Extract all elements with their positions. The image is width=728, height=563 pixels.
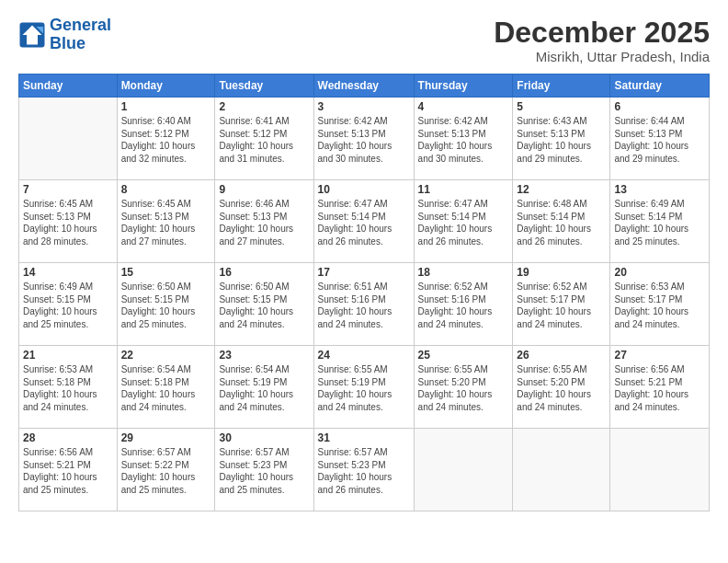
calendar-cell: 24Sunrise: 6:55 AM Sunset: 5:19 PM Dayli… bbox=[313, 346, 414, 429]
calendar-week-row: 28Sunrise: 6:56 AM Sunset: 5:21 PM Dayli… bbox=[19, 429, 710, 511]
header: General Blue December 2025 Misrikh, Utta… bbox=[18, 17, 710, 64]
day-info: Sunrise: 6:41 AM Sunset: 5:12 PM Dayligh… bbox=[219, 115, 309, 165]
calendar-cell: 17Sunrise: 6:51 AM Sunset: 5:16 PM Dayli… bbox=[313, 263, 414, 346]
logo: General Blue bbox=[18, 17, 111, 53]
day-info: Sunrise: 6:54 AM Sunset: 5:19 PM Dayligh… bbox=[219, 363, 309, 413]
calendar-cell: 6Sunrise: 6:44 AM Sunset: 5:13 PM Daylig… bbox=[610, 98, 710, 180]
day-number: 27 bbox=[614, 349, 705, 362]
day-info: Sunrise: 6:57 AM Sunset: 5:22 PM Dayligh… bbox=[121, 446, 211, 496]
calendar-cell: 21Sunrise: 6:53 AM Sunset: 5:18 PM Dayli… bbox=[19, 346, 118, 429]
calendar-cell: 5Sunrise: 6:43 AM Sunset: 5:13 PM Daylig… bbox=[513, 98, 610, 180]
day-number: 28 bbox=[23, 431, 113, 444]
day-number: 13 bbox=[614, 183, 705, 196]
title-block: December 2025 Misrikh, Uttar Pradesh, In… bbox=[494, 17, 710, 64]
day-info: Sunrise: 6:54 AM Sunset: 5:18 PM Dayligh… bbox=[121, 363, 211, 413]
calendar-cell: 23Sunrise: 6:54 AM Sunset: 5:19 PM Dayli… bbox=[215, 346, 313, 429]
calendar-cell: 13Sunrise: 6:49 AM Sunset: 5:14 PM Dayli… bbox=[610, 180, 710, 263]
day-info: Sunrise: 6:49 AM Sunset: 5:14 PM Dayligh… bbox=[614, 198, 705, 247]
calendar-week-row: 1Sunrise: 6:40 AM Sunset: 5:12 PM Daylig… bbox=[19, 98, 710, 180]
calendar-cell: 3Sunrise: 6:42 AM Sunset: 5:13 PM Daylig… bbox=[313, 98, 414, 180]
day-number: 2 bbox=[219, 100, 309, 113]
calendar-cell: 19Sunrise: 6:52 AM Sunset: 5:17 PM Dayli… bbox=[513, 263, 610, 346]
calendar-cell: 29Sunrise: 6:57 AM Sunset: 5:22 PM Dayli… bbox=[117, 429, 215, 511]
calendar-cell: 26Sunrise: 6:55 AM Sunset: 5:20 PM Dayli… bbox=[513, 346, 610, 429]
calendar-cell: 22Sunrise: 6:54 AM Sunset: 5:18 PM Dayli… bbox=[117, 346, 215, 429]
day-number: 19 bbox=[517, 266, 606, 279]
calendar-cell: 31Sunrise: 6:57 AM Sunset: 5:23 PM Dayli… bbox=[313, 429, 414, 511]
calendar-cell bbox=[19, 98, 118, 180]
day-info: Sunrise: 6:45 AM Sunset: 5:13 PM Dayligh… bbox=[121, 198, 211, 247]
day-info: Sunrise: 6:45 AM Sunset: 5:13 PM Dayligh… bbox=[23, 198, 113, 247]
day-info: Sunrise: 6:56 AM Sunset: 5:21 PM Dayligh… bbox=[614, 363, 705, 413]
day-info: Sunrise: 6:52 AM Sunset: 5:16 PM Dayligh… bbox=[418, 281, 509, 330]
day-number: 23 bbox=[219, 349, 309, 362]
calendar-cell: 16Sunrise: 6:50 AM Sunset: 5:15 PM Dayli… bbox=[215, 263, 313, 346]
day-number: 26 bbox=[517, 349, 606, 362]
calendar-weekday-tuesday: Tuesday bbox=[215, 75, 313, 98]
day-info: Sunrise: 6:44 AM Sunset: 5:13 PM Dayligh… bbox=[614, 115, 705, 165]
calendar-cell: 11Sunrise: 6:47 AM Sunset: 5:14 PM Dayli… bbox=[414, 180, 513, 263]
calendar-cell: 1Sunrise: 6:40 AM Sunset: 5:12 PM Daylig… bbox=[117, 98, 215, 180]
calendar-header-row: SundayMondayTuesdayWednesdayThursdayFrid… bbox=[19, 75, 710, 98]
day-info: Sunrise: 6:49 AM Sunset: 5:15 PM Dayligh… bbox=[23, 281, 113, 330]
day-number: 14 bbox=[23, 266, 113, 279]
day-number: 29 bbox=[121, 431, 211, 444]
day-info: Sunrise: 6:53 AM Sunset: 5:17 PM Dayligh… bbox=[614, 281, 705, 330]
day-number: 10 bbox=[318, 183, 410, 196]
logo-text: General Blue bbox=[50, 17, 111, 53]
calendar-cell: 27Sunrise: 6:56 AM Sunset: 5:21 PM Dayli… bbox=[610, 346, 710, 429]
calendar-cell: 15Sunrise: 6:50 AM Sunset: 5:15 PM Dayli… bbox=[117, 263, 215, 346]
calendar-cell: 7Sunrise: 6:45 AM Sunset: 5:13 PM Daylig… bbox=[19, 180, 118, 263]
logo-icon bbox=[18, 21, 46, 49]
day-info: Sunrise: 6:42 AM Sunset: 5:13 PM Dayligh… bbox=[418, 115, 509, 165]
day-info: Sunrise: 6:51 AM Sunset: 5:16 PM Dayligh… bbox=[318, 281, 410, 330]
calendar-weekday-friday: Friday bbox=[513, 75, 610, 98]
day-info: Sunrise: 6:57 AM Sunset: 5:23 PM Dayligh… bbox=[219, 446, 309, 496]
day-info: Sunrise: 6:57 AM Sunset: 5:23 PM Dayligh… bbox=[318, 446, 410, 496]
calendar-cell: 4Sunrise: 6:42 AM Sunset: 5:13 PM Daylig… bbox=[414, 98, 513, 180]
day-number: 17 bbox=[318, 266, 410, 279]
day-info: Sunrise: 6:55 AM Sunset: 5:20 PM Dayligh… bbox=[517, 363, 606, 413]
day-number: 3 bbox=[318, 100, 410, 113]
day-info: Sunrise: 6:50 AM Sunset: 5:15 PM Dayligh… bbox=[121, 281, 211, 330]
calendar-cell: 9Sunrise: 6:46 AM Sunset: 5:13 PM Daylig… bbox=[215, 180, 313, 263]
day-number: 6 bbox=[614, 100, 705, 113]
calendar-cell bbox=[610, 429, 710, 511]
day-info: Sunrise: 6:47 AM Sunset: 5:14 PM Dayligh… bbox=[418, 198, 509, 247]
day-info: Sunrise: 6:43 AM Sunset: 5:13 PM Dayligh… bbox=[517, 115, 606, 165]
day-info: Sunrise: 6:46 AM Sunset: 5:13 PM Dayligh… bbox=[219, 198, 309, 247]
calendar-weekday-saturday: Saturday bbox=[610, 75, 710, 98]
day-number: 5 bbox=[517, 100, 606, 113]
day-number: 9 bbox=[219, 183, 309, 196]
calendar-cell: 28Sunrise: 6:56 AM Sunset: 5:21 PM Dayli… bbox=[19, 429, 118, 511]
day-number: 21 bbox=[23, 349, 113, 362]
day-number: 20 bbox=[614, 266, 705, 279]
page: General Blue December 2025 Misrikh, Utta… bbox=[0, 0, 728, 563]
calendar-weekday-monday: Monday bbox=[117, 75, 215, 98]
calendar-cell: 18Sunrise: 6:52 AM Sunset: 5:16 PM Dayli… bbox=[414, 263, 513, 346]
day-number: 18 bbox=[418, 266, 509, 279]
day-info: Sunrise: 6:56 AM Sunset: 5:21 PM Dayligh… bbox=[23, 446, 113, 496]
day-number: 22 bbox=[121, 349, 211, 362]
calendar-cell: 2Sunrise: 6:41 AM Sunset: 5:12 PM Daylig… bbox=[215, 98, 313, 180]
calendar-cell: 25Sunrise: 6:55 AM Sunset: 5:20 PM Dayli… bbox=[414, 346, 513, 429]
day-number: 31 bbox=[318, 431, 410, 444]
day-info: Sunrise: 6:55 AM Sunset: 5:20 PM Dayligh… bbox=[418, 363, 509, 413]
day-number: 12 bbox=[517, 183, 606, 196]
day-number: 11 bbox=[418, 183, 509, 196]
day-number: 7 bbox=[23, 183, 113, 196]
day-info: Sunrise: 6:40 AM Sunset: 5:12 PM Dayligh… bbox=[121, 115, 211, 165]
day-number: 4 bbox=[418, 100, 509, 113]
day-number: 25 bbox=[418, 349, 509, 362]
day-info: Sunrise: 6:47 AM Sunset: 5:14 PM Dayligh… bbox=[318, 198, 410, 247]
day-number: 15 bbox=[121, 266, 211, 279]
day-info: Sunrise: 6:42 AM Sunset: 5:13 PM Dayligh… bbox=[318, 115, 410, 165]
calendar-week-row: 7Sunrise: 6:45 AM Sunset: 5:13 PM Daylig… bbox=[19, 180, 710, 263]
calendar-weekday-sunday: Sunday bbox=[19, 75, 118, 98]
location: Misrikh, Uttar Pradesh, India bbox=[494, 49, 710, 64]
day-info: Sunrise: 6:53 AM Sunset: 5:18 PM Dayligh… bbox=[23, 363, 113, 413]
day-info: Sunrise: 6:52 AM Sunset: 5:17 PM Dayligh… bbox=[517, 281, 606, 330]
calendar-table: SundayMondayTuesdayWednesdayThursdayFrid… bbox=[18, 74, 710, 511]
calendar-cell bbox=[513, 429, 610, 511]
calendar-week-row: 21Sunrise: 6:53 AM Sunset: 5:18 PM Dayli… bbox=[19, 346, 710, 429]
